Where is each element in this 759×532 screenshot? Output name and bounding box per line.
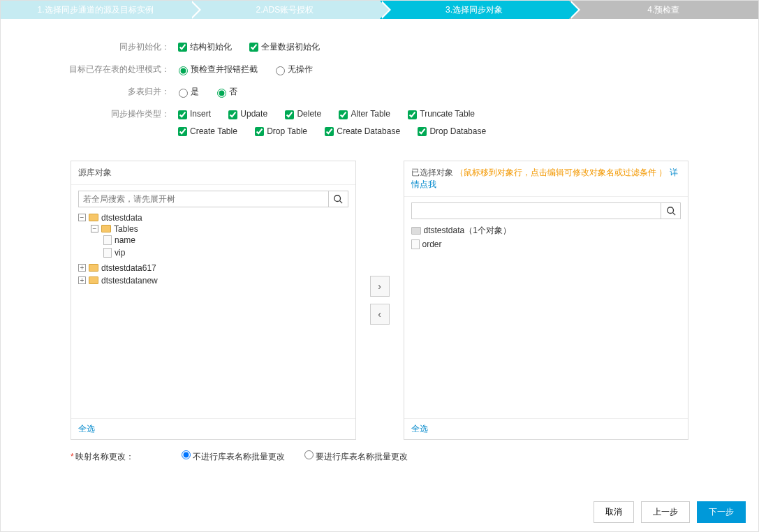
op-insert-checkbox[interactable] — [178, 110, 187, 119]
tree-node-db3[interactable]: + dtstestdatanew — [78, 276, 348, 286]
tree-node-tables-label: Tables — [114, 224, 138, 234]
step-3-label: 3.选择同步对象 — [445, 5, 503, 15]
target-search-button[interactable] — [661, 203, 680, 219]
search-icon — [333, 194, 343, 204]
cancel-button[interactable]: 取消 — [594, 501, 634, 523]
exist-precheck-option[interactable]: 预检查并报错拦截 — [175, 64, 258, 74]
mapping-row: *映射名称更改： 不进行库表名称批量更改 要进行库表名称批量更改 — [1, 440, 758, 471]
folder-icon — [89, 276, 98, 284]
merge-no-text: 否 — [229, 87, 237, 96]
op-drop-db[interactable]: Drop Database — [415, 126, 486, 136]
svg-line-3 — [672, 213, 675, 216]
init-struct-checkbox[interactable] — [178, 43, 187, 52]
folder-icon — [89, 214, 98, 221]
op-create-table[interactable]: Create Table — [175, 126, 237, 136]
op-drop-table-checkbox[interactable] — [255, 127, 264, 136]
op-update[interactable]: Update — [226, 109, 267, 119]
collapse-icon[interactable]: − — [78, 214, 86, 221]
folder-icon — [89, 264, 98, 272]
op-delete-checkbox[interactable] — [285, 110, 294, 119]
target-search-input[interactable] — [412, 203, 661, 219]
tree-node-db1-label: dtstestdata — [101, 213, 142, 223]
chevron-right-icon: › — [378, 281, 381, 292]
init-struct-text: 结构初始化 — [190, 42, 232, 52]
op-drop-table[interactable]: Drop Table — [252, 126, 307, 136]
exist-precheck-text: 预检查并报错拦截 — [191, 64, 258, 74]
op-alter[interactable]: Alter Table — [336, 109, 390, 119]
merge-label: 多表归并： — [15, 84, 175, 98]
op-drop-table-text: Drop Table — [267, 126, 307, 136]
next-button[interactable]: 下一步 — [697, 501, 746, 523]
op-drop-db-text: Drop Database — [429, 126, 486, 136]
move-left-button[interactable]: ‹ — [370, 304, 390, 325]
source-search — [78, 191, 348, 207]
exist-noop-option[interactable]: 无操作 — [272, 64, 313, 74]
op-create-db-checkbox[interactable] — [325, 127, 334, 136]
source-tree: − dtstestdata − Tables — [78, 212, 348, 287]
op-create-db[interactable]: Create Database — [322, 126, 400, 136]
mapping-no-change-option[interactable]: 不进行库表名称批量更改 — [178, 452, 285, 461]
tree-node-tables[interactable]: − Tables — [91, 224, 348, 234]
mapping-no-change-text: 不进行库表名称批量更改 — [193, 452, 285, 461]
source-select-all[interactable]: 全选 — [78, 424, 95, 434]
search-icon — [666, 206, 676, 216]
source-panel: 源库对象 − dtstestdata — [71, 161, 356, 440]
step-3[interactable]: 3.选择同步对象 — [380, 1, 569, 19]
move-right-button[interactable]: › — [370, 276, 390, 297]
step-2[interactable]: 2.ADS账号授权 — [190, 1, 379, 19]
target-tree: dtstestdata（1个对象） order — [411, 223, 681, 251]
op-update-checkbox[interactable] — [228, 110, 237, 119]
tree-node-vip[interactable]: vip — [103, 248, 348, 258]
tree-node-db1[interactable]: − dtstestdata — [78, 213, 348, 223]
tree-node-name[interactable]: name — [103, 235, 348, 245]
init-full-option[interactable]: 全量数据初始化 — [246, 42, 320, 52]
required-asterisk: * — [71, 452, 74, 461]
step-2-label: 2.ADS账号授权 — [256, 5, 314, 15]
exist-noop-radio[interactable] — [276, 66, 285, 75]
op-truncate-text: Truncate Table — [420, 109, 475, 119]
exist-precheck-radio[interactable] — [179, 66, 188, 75]
mapping-label: 映射名称更改： — [75, 452, 134, 461]
mapping-do-change-option[interactable]: 要进行库表名称批量更改 — [301, 452, 408, 461]
op-drop-db-checkbox[interactable] — [418, 127, 427, 136]
merge-no-option[interactable]: 否 — [214, 87, 237, 96]
init-label: 同步初始化： — [15, 40, 175, 54]
target-select-all[interactable]: 全选 — [411, 424, 428, 434]
op-alter-text: Alter Table — [351, 109, 390, 119]
op-alter-checkbox[interactable] — [339, 110, 348, 119]
op-create-table-checkbox[interactable] — [178, 127, 187, 136]
op-insert[interactable]: Insert — [175, 109, 211, 119]
svg-point-2 — [667, 207, 673, 214]
file-icon — [103, 248, 112, 258]
op-delete[interactable]: Delete — [282, 109, 321, 119]
step-1[interactable]: 1.选择同步通道的源及目标实例 — [1, 1, 190, 19]
target-node-order[interactable]: order — [411, 239, 681, 249]
mapping-no-change-radio[interactable] — [182, 450, 191, 459]
file-icon — [103, 235, 112, 245]
target-node-db-label: dtstestdata（1个对象） — [424, 225, 511, 237]
step-4[interactable]: 4.预检查 — [569, 1, 758, 19]
merge-yes-option[interactable]: 是 — [175, 87, 199, 96]
op-insert-text: Insert — [190, 109, 211, 119]
source-panel-title: 源库对象 — [71, 161, 355, 185]
collapse-icon[interactable]: − — [91, 225, 98, 232]
source-search-input[interactable] — [79, 191, 328, 207]
mapping-do-change-radio[interactable] — [304, 450, 314, 459]
op-label: 同步操作类型： — [15, 107, 175, 121]
merge-no-radio[interactable] — [217, 89, 226, 98]
merge-yes-radio[interactable] — [179, 89, 188, 98]
op-truncate[interactable]: Truncate Table — [405, 109, 475, 119]
init-full-checkbox[interactable] — [249, 43, 258, 52]
merge-yes-text: 是 — [191, 87, 199, 96]
svg-point-0 — [334, 195, 341, 202]
expand-icon[interactable]: + — [78, 276, 86, 284]
source-search-button[interactable] — [328, 191, 348, 207]
prev-button[interactable]: 上一步 — [641, 501, 690, 523]
tree-node-db2[interactable]: + dtstestdata617 — [78, 263, 348, 273]
init-struct-option[interactable]: 结构初始化 — [175, 42, 232, 52]
target-node-db[interactable]: dtstestdata（1个对象） — [411, 225, 681, 237]
mapping-do-change-text: 要进行库表名称批量更改 — [316, 452, 408, 461]
file-icon — [411, 239, 420, 249]
op-truncate-checkbox[interactable] — [408, 110, 417, 119]
expand-icon[interactable]: + — [78, 264, 86, 272]
